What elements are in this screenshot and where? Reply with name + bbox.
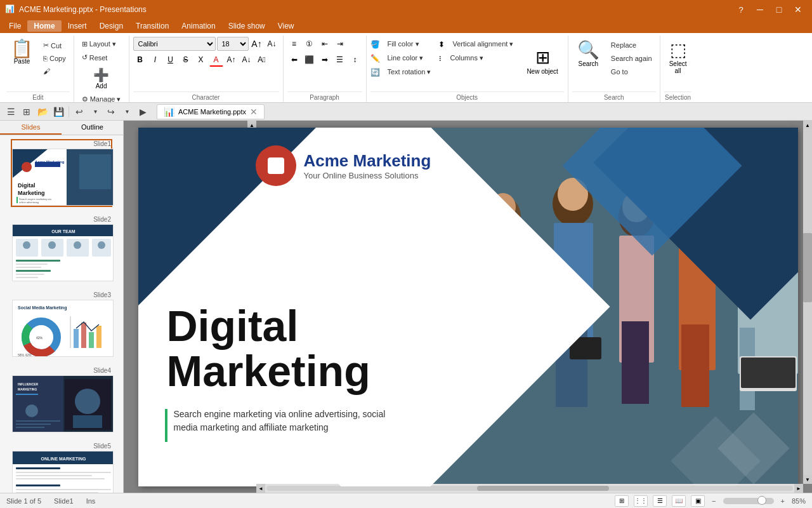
slide-thumbnail-4[interactable]: Slide4 INFLUENCER MARKETING [11, 366, 112, 434]
menu-home[interactable]: Home [27, 20, 61, 32]
menu-view[interactable]: View [272, 20, 301, 32]
clear-format-button[interactable]: A⃝ [255, 53, 269, 67]
numbering-button[interactable]: ① [303, 37, 317, 51]
svg-point-22 [98, 241, 105, 249]
redo-dropdown-button[interactable]: ▾ [120, 105, 134, 119]
view-toggle-button[interactable]: ⊞ [20, 105, 34, 119]
align-left-button[interactable]: ⬅ [287, 53, 301, 67]
presenter-view-button[interactable]: ▣ [691, 495, 705, 507]
menu-insert[interactable]: Insert [62, 20, 93, 32]
svg-text:Social Media Marketing: Social Media Marketing [18, 305, 67, 311]
scroll-top-button[interactable]: ▲ [803, 121, 812, 130]
search-button[interactable]: 🔍 Search [572, 37, 605, 70]
normal-view-button[interactable]: ⊞ [615, 495, 629, 507]
grow-button[interactable]: A↑ [225, 53, 239, 67]
format-painter-button[interactable]: 🖌 [39, 65, 70, 77]
shrink-button[interactable]: A↓ [240, 53, 254, 67]
scroll-left-button[interactable]: ◄ [256, 484, 265, 493]
text-rotation-icon: 🔄 [370, 68, 380, 77]
font-shrink-button[interactable]: A↓ [265, 37, 279, 51]
document-tab-icon: 📊 [164, 107, 174, 117]
zoom-slider-thumb[interactable] [757, 496, 766, 505]
menu-animation[interactable]: Animation [175, 20, 221, 32]
search-again-button[interactable]: Search again [607, 53, 656, 64]
zoom-slider[interactable] [723, 498, 774, 504]
fill-color-button[interactable]: Fill color ▾ [384, 38, 423, 50]
slides-panel: Slides Outline Slide1 Acme Marketing Dig… [0, 121, 124, 493]
svg-text:42%: 42% [36, 336, 43, 340]
menu-button[interactable]: ☰ [4, 105, 18, 119]
copy-button[interactable]: ⎘ Copy [39, 53, 70, 64]
help-button[interactable]: ? [732, 3, 750, 17]
align-right-button[interactable]: ➡ [318, 53, 332, 67]
notes-view-button[interactable]: ☰ [653, 495, 667, 507]
play-button[interactable]: ▶ [136, 105, 150, 119]
scroll-right-button[interactable]: ► [794, 484, 803, 493]
menu-design[interactable]: Design [93, 20, 129, 32]
reading-view-button[interactable]: 📖 [672, 495, 686, 507]
reset-button[interactable]: ↺ Reset [78, 51, 125, 64]
slide-sorter-button[interactable]: ⋮⋮ [634, 495, 648, 507]
slide-thumbnail-1[interactable]: Slide1 Acme Marketing Digital Marketing … [11, 139, 112, 207]
svg-text:58%   42%: 58% 42% [18, 353, 32, 357]
columns-button[interactable]: Columns ▾ [446, 52, 487, 64]
redo-button[interactable]: ↪ [104, 105, 118, 119]
strikethrough-button[interactable]: S [179, 53, 193, 67]
font-color-button[interactable]: A [209, 53, 223, 67]
save-button[interactable]: 💾 [51, 105, 65, 119]
add-slide-button[interactable]: ➕ Add [78, 65, 125, 92]
align-center-button[interactable]: ⬛ [303, 53, 317, 67]
canvas-area[interactable]: ▲ ▼ [124, 121, 812, 493]
minimize-button[interactable]: ─ [751, 3, 769, 17]
replace-button[interactable]: Replace [607, 39, 656, 51]
justify-button[interactable]: ☰ [333, 53, 347, 67]
document-tab[interactable]: 📊 ACME Marketing.pptx ✕ [157, 104, 265, 119]
bullets-button[interactable]: ≡ [287, 37, 301, 51]
font-size-select[interactable]: 18 [217, 37, 249, 51]
slide-4-image: INFLUENCER MARKETING [12, 375, 114, 432]
tab-close-button[interactable]: ✕ [250, 107, 258, 117]
select-all-button[interactable]: ⬚ Selectall [664, 37, 692, 77]
right-scrollbar[interactable]: ▲ ▼ [803, 121, 812, 484]
undo-button[interactable]: ↩ [72, 105, 86, 119]
cut-button[interactable]: ✂ Cut [39, 39, 70, 51]
scroll-bottom-button[interactable]: ▼ [803, 475, 812, 484]
vertical-alignment-button[interactable]: Vertical alignment ▾ [449, 38, 517, 50]
indent-more-button[interactable]: ⇥ [333, 37, 347, 51]
undo-dropdown-button[interactable]: ▾ [88, 105, 102, 119]
zoom-plus[interactable]: + [779, 497, 787, 505]
line-color-button[interactable]: Line color ▾ [384, 52, 428, 64]
bold-button[interactable]: B [133, 53, 147, 67]
paste-button[interactable]: 📋 Paste [6, 37, 37, 68]
indent-less-button[interactable]: ⇤ [318, 37, 332, 51]
font-controls: Calibri 18 A↑ A↓ B I U S X A A↑ A↓ [133, 37, 279, 67]
outline-tab[interactable]: Outline [62, 121, 123, 135]
zoom-minus[interactable]: − [710, 497, 717, 505]
close-button[interactable]: ✕ [789, 3, 807, 17]
underline-button[interactable]: U [164, 53, 178, 67]
font-grow-button[interactable]: A↑ [250, 37, 264, 51]
ribbon-group-paragraph: ≡ ① ⇤ ⇥ ⬅ ⬛ ➡ ☰ ↕ Paragraph [284, 36, 367, 102]
slide-thumbnail-3[interactable]: Slide3 Social Media Marketing 42% 58% 42… [11, 290, 112, 358]
svg-rect-45 [16, 394, 38, 395]
manage-button[interactable]: ⚙ Manage ▾ [78, 93, 125, 103]
menu-file[interactable]: File [3, 20, 27, 32]
layout-button[interactable]: ⊞ Layout ▾ [78, 38, 125, 50]
italic-button[interactable]: I [148, 53, 162, 67]
maximize-button[interactable]: □ [770, 3, 788, 17]
new-object-button[interactable]: ⊞ New object [521, 37, 563, 84]
open-button[interactable]: 📂 [36, 105, 49, 119]
slides-tab[interactable]: Slides [0, 121, 62, 135]
line-spacing-button[interactable]: ↕ [348, 53, 362, 67]
font-name-select[interactable]: Calibri [133, 37, 216, 51]
go-to-button[interactable]: Go to [607, 66, 656, 77]
menu-slideshow[interactable]: Slide show [222, 20, 272, 32]
paragraph-group-label: Paragraph [287, 91, 362, 102]
text-rotation-button[interactable]: Text rotation ▾ [384, 66, 435, 78]
slide-thumbnail-5[interactable]: Slide5 ONLINE MARKETING [11, 441, 112, 493]
svg-rect-28 [16, 277, 38, 278]
slide-thumbnail-2[interactable]: Slide2 OUR TEAM [11, 215, 112, 283]
menu-transition[interactable]: Transition [129, 20, 175, 32]
shadow-button[interactable]: X [194, 53, 208, 67]
svg-text:Acme Marketing: Acme Marketing [35, 160, 65, 164]
